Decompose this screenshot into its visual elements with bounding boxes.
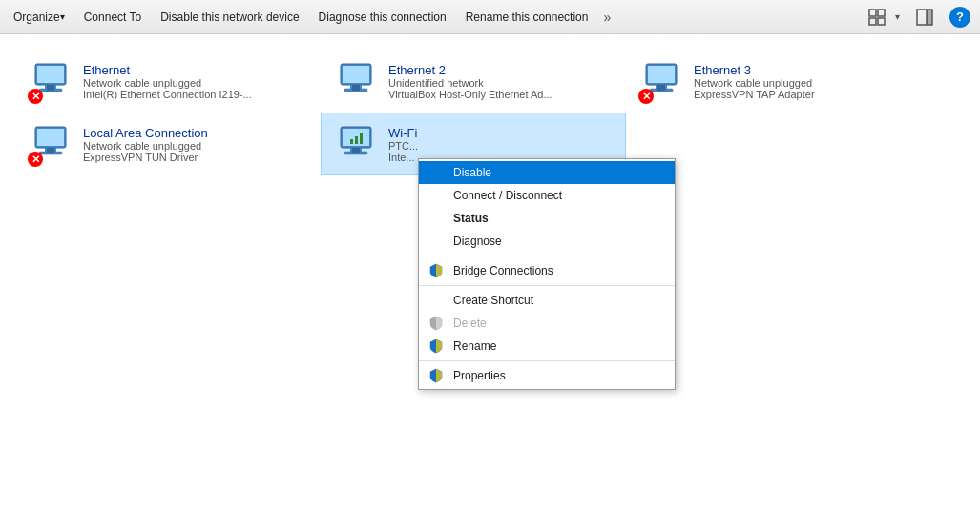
svg-rect-2 <box>869 18 876 25</box>
wifi-info: Wi-Fi PTC... Inte... <box>388 126 614 163</box>
ctx-disable-label: Disable <box>453 166 491 179</box>
ethernet-adapter: Intel(R) Ethernet Connection I219-... <box>83 89 308 100</box>
content-area: ✕ Ethernet Network cable unplugged Intel… <box>0 34 980 532</box>
ctx-bridge-label: Bridge Connections <box>453 264 553 277</box>
error-badge: ✕ <box>638 89 654 104</box>
ctx-bridge-shield-icon <box>427 261 446 280</box>
ctx-diagnose-label: Diagnose <box>453 235 502 248</box>
wifi-name: Wi-Fi <box>388 126 614 140</box>
svg-rect-12 <box>343 66 369 83</box>
diagnose-button[interactable]: Diagnose this connection <box>309 0 456 33</box>
more-button[interactable]: » <box>597 6 616 29</box>
ctx-rename-label: Rename <box>453 339 496 353</box>
ctx-status[interactable]: Status <box>419 207 675 230</box>
network-item-ethernet3[interactable]: ✕ Ethernet 3 Network cable unplugged Exp… <box>626 50 931 113</box>
ethernet-name: Ethernet <box>83 63 308 77</box>
ethernet-status: Network cable unplugged <box>83 77 308 89</box>
ctx-delete-shield-icon <box>427 314 446 333</box>
local-area-status: Network cable unplugged <box>83 140 308 152</box>
ethernet3-icon: ✕ <box>638 58 684 104</box>
ethernet2-status: Unidentified network <box>388 77 614 89</box>
svg-rect-5 <box>928 10 932 25</box>
svg-rect-7 <box>37 66 64 83</box>
view-layout-button[interactable] <box>864 4 890 31</box>
svg-rect-15 <box>352 85 360 91</box>
network-item-ethernet[interactable]: ✕ Ethernet Network cable unplugged Intel… <box>15 50 321 113</box>
wifi-icon <box>333 121 379 167</box>
ethernet3-name: Ethernet 3 <box>694 63 919 77</box>
ctx-properties-shield-icon <box>427 366 446 385</box>
ctx-diagnose[interactable]: Diagnose <box>419 230 675 253</box>
svg-rect-33 <box>352 148 360 153</box>
svg-rect-17 <box>648 66 675 83</box>
ethernet-icon: ✕ <box>28 58 73 104</box>
toolbar: Organize Connect To Disable this network… <box>0 0 980 34</box>
svg-rect-4 <box>917 10 927 25</box>
help-button[interactable]: ? <box>949 7 970 28</box>
local-area-adapter: ExpressVPN TUN Driver <box>83 152 308 163</box>
svg-rect-20 <box>657 85 665 91</box>
local-area-icon: ✕ <box>28 121 73 167</box>
ethernet-info: Ethernet Network cable unplugged Intel(R… <box>83 63 308 100</box>
ctx-disable[interactable]: Disable <box>419 161 675 184</box>
svg-rect-22 <box>37 129 64 146</box>
ctx-separator-3 <box>419 360 675 361</box>
ethernet2-icon <box>333 58 379 104</box>
preview-pane-button[interactable] <box>911 4 938 31</box>
ctx-create-shortcut[interactable]: Create Shortcut <box>419 289 675 312</box>
svg-rect-3 <box>878 18 885 25</box>
ethernet2-info: Ethernet 2 Unidentified network VirtualB… <box>388 63 614 100</box>
svg-rect-30 <box>360 133 363 144</box>
svg-rect-10 <box>47 85 54 91</box>
ctx-rename[interactable]: Rename <box>419 335 675 358</box>
ctx-separator-1 <box>419 256 675 256</box>
ethernet3-status: Network cable unplugged <box>694 77 919 89</box>
ctx-rename-shield-icon <box>427 337 446 356</box>
ethernet2-name: Ethernet 2 <box>388 63 614 77</box>
ctx-properties-label: Properties <box>453 369 506 382</box>
context-menu: Disable Connect / Disconnect Status Diag… <box>418 158 676 390</box>
network-grid: ✕ Ethernet Network cable unplugged Intel… <box>15 50 965 175</box>
rename-button[interactable]: Rename this connection <box>456 0 598 33</box>
wifi-status: PTC... <box>388 140 614 152</box>
main-content: ✕ Ethernet Network cable unplugged Intel… <box>0 34 980 532</box>
network-item-local-area[interactable]: ✕ Local Area Connection Network cable un… <box>15 113 321 175</box>
organize-button[interactable]: Organize <box>4 0 74 33</box>
ctx-delete[interactable]: Delete <box>419 312 675 335</box>
ctx-bridge[interactable]: Bridge Connections <box>419 259 675 282</box>
ethernet3-info: Ethernet 3 Network cable unplugged Expre… <box>694 63 919 100</box>
network-item-ethernet2[interactable]: Ethernet 2 Unidentified network VirtualB… <box>321 50 626 113</box>
svg-rect-25 <box>47 148 54 153</box>
svg-rect-1 <box>878 10 885 16</box>
svg-rect-0 <box>869 10 876 16</box>
ctx-connect-disconnect-label: Connect / Disconnect <box>453 189 562 202</box>
ethernet2-adapter: VirtualBox Host-Only Ethernet Ad... <box>388 89 614 100</box>
disable-button[interactable]: Disable this network device <box>151 0 308 33</box>
error-badge: ✕ <box>28 152 43 167</box>
svg-rect-29 <box>355 136 358 144</box>
ctx-connect-disconnect[interactable]: Connect / Disconnect <box>419 184 675 207</box>
local-area-name: Local Area Connection <box>83 126 308 140</box>
ctx-create-shortcut-label: Create Shortcut <box>453 294 533 307</box>
error-badge: ✕ <box>28 89 43 104</box>
ctx-status-label: Status <box>453 212 489 225</box>
ctx-properties[interactable]: Properties <box>419 364 675 387</box>
svg-rect-28 <box>350 139 353 144</box>
ethernet3-adapter: ExpressVPN TAP Adapter <box>694 89 919 100</box>
view-chevron[interactable]: ▾ <box>892 8 903 26</box>
connect-to-button[interactable]: Connect To <box>74 0 152 33</box>
local-area-info: Local Area Connection Network cable unpl… <box>83 126 308 163</box>
view-icons: ▾ <box>858 4 944 31</box>
ctx-delete-label: Delete <box>453 317 487 330</box>
ctx-separator-2 <box>419 285 675 286</box>
